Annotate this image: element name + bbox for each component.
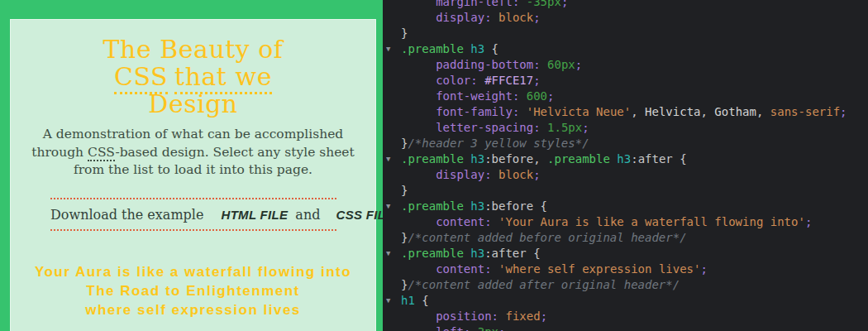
token-sel: .preamble [401, 199, 464, 213]
browser-preview-pane: The Beauty of CSSthat we Design A demons… [0, 0, 383, 331]
code-line[interactable]: }/*content added after original header*/ [383, 277, 868, 293]
token-pun: :before [484, 199, 533, 213]
token-ws [401, 89, 436, 103]
code-line[interactable]: letter-spacing: 1.5px; [383, 120, 868, 136]
gutter [383, 104, 401, 120]
code-line[interactable]: font-weight: 600; [383, 89, 868, 104]
page-title: The Beauty of CSSthat we Design [11, 36, 375, 118]
token-op: ; [700, 262, 707, 276]
token-el: h3 [470, 247, 484, 260]
token-ws [401, 168, 436, 181]
page-title-line-3: Design [11, 90, 375, 118]
token-op: ; [840, 105, 847, 118]
intro-line-2-pre: through [31, 145, 88, 160]
token-ws [541, 152, 547, 166]
fold-arrow-icon[interactable]: ▼ [383, 246, 401, 261]
code-line[interactable]: } [383, 26, 868, 41]
gutter [383, 309, 401, 324]
code-line[interactable]: margin-left: -35px; [383, 0, 868, 10]
token-el: h3 [470, 42, 484, 55]
gutter [383, 10, 401, 26]
fold-arrow-icon[interactable]: ▼ [383, 41, 401, 57]
token-pun: :after [631, 152, 673, 166]
code-line[interactable]: position: fixed; [383, 309, 868, 324]
code-line[interactable]: content: 'Your Aura is like a waterfall … [383, 214, 868, 230]
token-ws [401, 58, 436, 71]
css-file-link[interactable]: CSS FILE [336, 208, 383, 222]
code-line[interactable]: }/*header 3 yellow styles*/ [383, 136, 868, 151]
code-line[interactable]: padding-bottom: 60px; [383, 57, 868, 73]
token-op: : [492, 309, 498, 323]
code-line-text: }/*header 3 yellow styles*/ [401, 136, 868, 151]
token-op: ; [541, 309, 547, 323]
token-hex: #FFCE17 [484, 74, 533, 87]
code-line[interactable]: ▼.preamble h3:after { [383, 246, 868, 261]
token-num: 60px [547, 58, 575, 71]
token-prop: padding-bottom [436, 58, 533, 71]
fold-arrow-icon[interactable]: ▼ [383, 151, 401, 167]
token-op: ; [547, 89, 554, 103]
code-line[interactable]: ▼h1 { [383, 293, 868, 309]
intro-line-3: from the list to load it into this page. [11, 161, 375, 180]
code-line-text: } [401, 26, 868, 41]
token-op: ; [533, 11, 540, 24]
token-pun: :before [484, 152, 533, 166]
code-line-text: .preamble h3:after { [401, 246, 868, 261]
page-title-line-2: CSSthat we [11, 63, 375, 90]
token-cmt: /*content added before original header*/ [408, 231, 686, 244]
intro-line-2: through CSS-based design. Select any sty… [11, 144, 375, 162]
preamble-heading-before: Your Aura is like a waterfall flowing in… [11, 262, 375, 281]
token-ws [541, 58, 547, 71]
token-op: : [533, 121, 540, 134]
token-str: 'where self expression lives' [498, 262, 700, 276]
token-op: : [484, 168, 491, 181]
code-line-text: display: block; [401, 10, 868, 26]
code-line-text: padding-bottom: 60px; [401, 57, 868, 73]
token-op: : [484, 11, 491, 24]
token-ws [401, 309, 436, 323]
token-pun: , [631, 105, 637, 118]
token-pun: } [401, 26, 408, 40]
code-line-text: left: 3px; [401, 324, 868, 331]
token-prop: display [436, 11, 484, 24]
token-prop: font-weight [436, 89, 513, 103]
token-pun: , [700, 105, 707, 118]
token-op: : [533, 58, 540, 71]
code-line-text: font-family: 'Helvicta Neue', Helvicta, … [401, 104, 868, 120]
code-line[interactable]: content: 'where self expression lives'; [383, 261, 868, 277]
code-line-text: color: #FFCE17; [401, 73, 868, 89]
code-line[interactable]: ▼.preamble h3 { [383, 41, 868, 57]
gutter [383, 277, 401, 293]
token-pun: :after [484, 247, 527, 260]
code-editor[interactable]: margin-left: -35px; display: block;}▼.pr… [383, 0, 868, 331]
intro-line-2-post: -based design. Select any style sheet [115, 145, 354, 160]
html-file-link[interactable]: HTML FILE [222, 208, 289, 222]
token-sel: .preamble [401, 42, 464, 55]
code-line[interactable]: left: 3px; [383, 324, 868, 331]
preamble-heading-after: where self expression lives [11, 300, 375, 319]
code-line[interactable]: }/*content added before original header*… [383, 230, 868, 246]
gutter [383, 183, 401, 199]
fold-arrow-icon[interactable]: ▼ [383, 293, 401, 309]
preamble-heading-main: The Road to Enlightenment [11, 281, 375, 300]
code-line[interactable]: } [383, 183, 868, 199]
code-line[interactable]: ▼.preamble h3:before { [383, 199, 868, 214]
token-prop: font-family [436, 105, 513, 118]
token-idn: Helvicta [638, 105, 701, 118]
fold-arrow-icon[interactable]: ▼ [383, 199, 401, 214]
token-kw: block [498, 11, 533, 24]
code-line[interactable]: font-family: 'Helvicta Neue', Helvicta, … [383, 104, 868, 120]
token-prop: content [436, 215, 484, 228]
code-line-text: position: fixed; [401, 309, 868, 324]
token-ws [492, 168, 498, 181]
code-line[interactable]: color: #FFCE17; [383, 73, 868, 89]
token-sel: .preamble [401, 152, 464, 166]
token-idn: Gotham [708, 105, 756, 118]
page-title-line-1: The Beauty of [11, 36, 375, 63]
token-str: 'Helvicta Neue' [527, 105, 631, 118]
code-line[interactable]: ▼.preamble h3:before, .preamble h3:after… [383, 151, 868, 167]
token-prop: margin-left [436, 0, 513, 8]
code-line[interactable]: display: block; [383, 10, 868, 26]
token-sel: .preamble [547, 152, 610, 166]
code-line[interactable]: display: block; [383, 167, 868, 183]
